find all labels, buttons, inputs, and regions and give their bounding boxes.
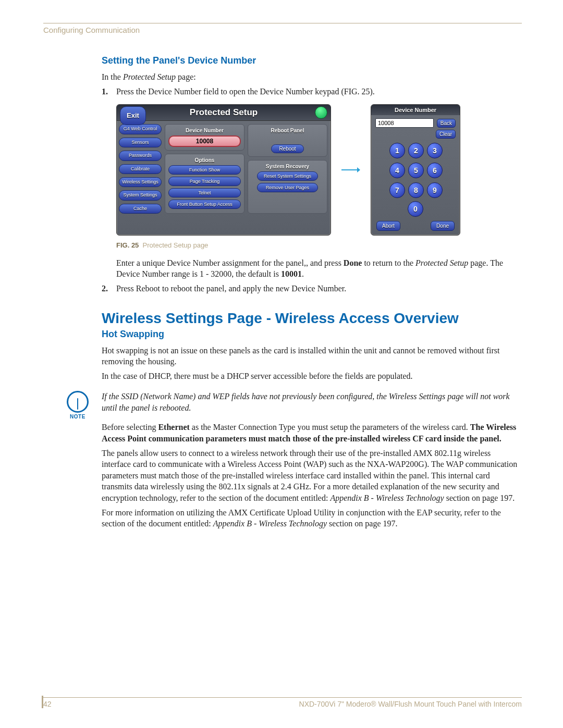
reboot-panel-label: Reboot Panel xyxy=(251,128,324,133)
note-icon: NOTE xyxy=(62,391,93,419)
side-system[interactable]: System Settings xyxy=(119,190,162,200)
note-block: NOTE If the SSID (Network Name) and WEP … xyxy=(102,391,522,413)
side-passwords[interactable]: Passwords xyxy=(119,151,162,161)
reset-system-settings-button[interactable]: Reset System Settings xyxy=(257,171,318,181)
keypad-9[interactable]: 9 xyxy=(427,182,443,198)
keypad-8[interactable]: 8 xyxy=(408,182,424,198)
options-list: Function Show Page Tracking Telnet Front… xyxy=(168,165,241,209)
device-number-label: Device Number xyxy=(168,128,241,133)
figure-caption: FIG. 25 Protected Setup page xyxy=(116,241,522,250)
keypad-clear-row: Clear xyxy=(371,128,460,139)
keypad-display[interactable]: 10008 xyxy=(375,118,434,128)
page-content: Configuring Communication Setting the Pa… xyxy=(43,23,522,533)
hotswap-p1: Hot swapping is not an issue on these pa… xyxy=(102,345,522,367)
top-rule xyxy=(43,23,522,23)
product-name: NXD-700Vi 7" Modero® Wall/Flush Mount To… xyxy=(299,700,522,708)
side-sensors[interactable]: Sensors xyxy=(119,138,162,147)
keypad-0[interactable]: 0 xyxy=(408,201,423,217)
content-column: Setting the Panel's Device Number In the… xyxy=(102,55,522,529)
keypad-footer: Abort Done xyxy=(371,221,460,231)
step-1: Press the Device Number field to open th… xyxy=(102,86,522,280)
keypad-6[interactable]: 6 xyxy=(427,163,443,178)
keypad-clear-button[interactable]: Clear xyxy=(436,130,456,139)
keypad-5[interactable]: 5 xyxy=(408,163,424,178)
wireless-p4: The panels allow users to connect to a w… xyxy=(102,448,522,504)
figure-caption-text: Protected Setup page xyxy=(143,241,209,249)
note-text: If the SSID (Network Name) and WEP field… xyxy=(102,391,522,413)
intro-line: In the Protected Setup page: xyxy=(102,71,522,83)
reboot-group: Reboot Panel Reboot xyxy=(248,124,327,157)
options-label: Options xyxy=(168,157,241,163)
figure-number: FIG. 25 xyxy=(116,241,139,249)
setup-steps: Press the Device Number field to open th… xyxy=(102,86,522,294)
ps-sidebar: G4 Web Control Sensors Passwords Calibra… xyxy=(117,121,164,217)
ps-body: G4 Web Control Sensors Passwords Calibra… xyxy=(117,121,331,217)
recovery-buttons: Reset System Settings Remove User Pages xyxy=(251,171,324,192)
recovery-group: System Recovery Reset System Settings Re… xyxy=(248,160,327,214)
heading-device-number: Setting the Panel's Device Number xyxy=(102,55,522,66)
device-number-keypad: Device Number 10008 Back Clear 1 2 3 xyxy=(371,104,460,236)
device-number-field[interactable]: 10008 xyxy=(168,135,241,147)
ps-titlebar: Exit Protected Setup xyxy=(117,105,331,121)
keypad-abort-button[interactable]: Abort xyxy=(376,221,400,231)
keypad-2[interactable]: 2 xyxy=(408,143,424,158)
ps-title: Protected Setup xyxy=(190,107,258,117)
exit-button[interactable]: Exit xyxy=(120,106,146,125)
side-cache[interactable]: Cache xyxy=(119,204,162,214)
side-wireless[interactable]: Wireless Settings xyxy=(119,177,162,187)
ps-col-left: Device Number 10008 Options Function Sho… xyxy=(165,124,244,214)
opt-front-button[interactable]: Front Button Setup Access xyxy=(168,200,241,209)
note-label: NOTE xyxy=(62,414,93,419)
keypad-back-button[interactable]: Back xyxy=(437,119,456,128)
opt-function-show[interactable]: Function Show xyxy=(168,165,241,175)
side-calibrate[interactable]: Calibrate xyxy=(119,164,162,174)
wireless-p5: For more information on utilizing the AM… xyxy=(102,507,522,529)
callout-arrow-icon xyxy=(341,104,360,236)
running-head: Configuring Communication xyxy=(43,26,522,34)
ps-main-cols: Device Number 10008 Options Function Sho… xyxy=(164,121,331,217)
opt-telnet[interactable]: Telnet xyxy=(168,188,241,198)
hotswap-p2: In the case of DHCP, there must be a DHC… xyxy=(102,371,522,382)
keypad-1[interactable]: 1 xyxy=(389,143,405,158)
ps-col-right: Reboot Panel Reboot System Recovery xyxy=(248,124,327,214)
keypad-grid: 1 2 3 4 5 6 7 8 9 xyxy=(371,139,460,201)
remove-user-pages-button[interactable]: Remove User Pages xyxy=(257,183,318,192)
lock-icon[interactable] xyxy=(315,106,327,119)
keypad-3[interactable]: 3 xyxy=(427,143,443,158)
reboot-box: Reboot xyxy=(251,135,324,153)
options-group: Options Function Show Page Tracking Teln… xyxy=(165,154,244,214)
keypad-display-row: 10008 Back xyxy=(371,115,460,128)
opt-page-tracking[interactable]: Page Tracking xyxy=(168,177,241,186)
bulb-icon xyxy=(67,391,89,413)
svg-marker-1 xyxy=(357,167,360,172)
side-g4web[interactable]: G4 Web Control xyxy=(119,124,162,134)
keypad-4[interactable]: 4 xyxy=(389,163,405,178)
page-footer: 42 NXD-700Vi 7" Modero® Wall/Flush Mount… xyxy=(43,697,522,708)
keypad-zero-row: 0 xyxy=(371,201,460,221)
keypad-done-button[interactable]: Done xyxy=(431,221,455,231)
step-1-continued: Enter a unique Device Number assignment … xyxy=(116,257,522,280)
system-recovery-label: System Recovery xyxy=(251,164,324,169)
wireless-p3: Before selecting Ethernet as the Master … xyxy=(102,422,522,444)
device-number-group: Device Number 10008 xyxy=(165,124,244,151)
keypad-7[interactable]: 7 xyxy=(389,182,405,198)
keypad-title: Device Number xyxy=(371,105,460,115)
protected-setup-panel: Exit Protected Setup G4 Web Control Sens… xyxy=(116,104,331,236)
step-2: Press Reboot to reboot the panel, and ap… xyxy=(102,283,522,294)
page-number: 42 xyxy=(43,700,52,708)
figure-25: Exit Protected Setup G4 Web Control Sens… xyxy=(116,104,522,236)
reboot-button[interactable]: Reboot xyxy=(271,144,303,153)
heading-wireless-overview: Wireless Settings Page - Wireless Access… xyxy=(102,310,522,327)
heading-hot-swapping: Hot Swapping xyxy=(102,329,522,340)
